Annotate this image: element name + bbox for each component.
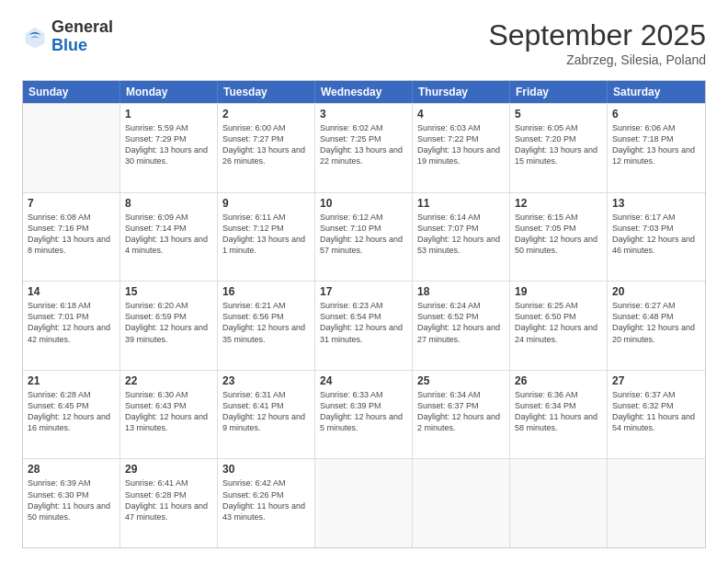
calendar-cell: 5Sunrise: 6:05 AM Sunset: 7:20 PM Daylig… xyxy=(510,104,608,192)
calendar-row: 1Sunrise: 5:59 AM Sunset: 7:29 PM Daylig… xyxy=(23,103,705,192)
day-number: 21 xyxy=(28,374,115,387)
day-number: 29 xyxy=(125,463,212,476)
calendar-cell: 15Sunrise: 6:20 AM Sunset: 6:59 PM Dayli… xyxy=(120,282,218,370)
day-number: 1 xyxy=(125,108,212,121)
calendar-cell xyxy=(608,459,705,547)
calendar-cell: 26Sunrise: 6:36 AM Sunset: 6:34 PM Dayli… xyxy=(510,371,608,459)
calendar-header: SundayMondayTuesdayWednesdayThursdayFrid… xyxy=(23,81,705,103)
day-number: 18 xyxy=(417,285,505,298)
day-info: Sunrise: 6:14 AM Sunset: 7:07 PM Dayligh… xyxy=(417,212,505,257)
weekday-header: Wednesday xyxy=(315,81,413,103)
calendar-cell: 4Sunrise: 6:03 AM Sunset: 7:22 PM Daylig… xyxy=(413,104,510,192)
day-info: Sunrise: 6:36 AM Sunset: 6:34 PM Dayligh… xyxy=(515,389,602,434)
day-number: 2 xyxy=(222,108,310,121)
calendar-cell: 7Sunrise: 6:08 AM Sunset: 7:16 PM Daylig… xyxy=(23,193,120,282)
day-number: 30 xyxy=(222,463,310,476)
day-info: Sunrise: 6:00 AM Sunset: 7:27 PM Dayligh… xyxy=(222,122,310,167)
day-info: Sunrise: 6:34 AM Sunset: 6:37 PM Dayligh… xyxy=(417,389,505,434)
calendar-cell xyxy=(315,459,413,547)
calendar-row: 7Sunrise: 6:08 AM Sunset: 7:16 PM Daylig… xyxy=(23,192,705,282)
weekday-header: Friday xyxy=(510,81,608,103)
svg-marker-0 xyxy=(26,27,45,48)
day-number: 17 xyxy=(320,285,407,298)
calendar-cell: 16Sunrise: 6:21 AM Sunset: 6:56 PM Dayli… xyxy=(218,282,315,370)
calendar-cell: 17Sunrise: 6:23 AM Sunset: 6:54 PM Dayli… xyxy=(315,282,413,370)
calendar-cell xyxy=(23,104,120,192)
day-info: Sunrise: 6:06 AM Sunset: 7:18 PM Dayligh… xyxy=(612,122,700,167)
weekday-header: Thursday xyxy=(413,81,510,103)
calendar-row: 21Sunrise: 6:28 AM Sunset: 6:45 PM Dayli… xyxy=(23,370,705,459)
day-info: Sunrise: 6:18 AM Sunset: 7:01 PM Dayligh… xyxy=(28,300,115,345)
calendar-cell: 30Sunrise: 6:42 AM Sunset: 6:26 PM Dayli… xyxy=(218,459,315,547)
day-number: 27 xyxy=(612,374,700,387)
calendar-cell: 11Sunrise: 6:14 AM Sunset: 7:07 PM Dayli… xyxy=(413,193,510,282)
calendar-cell: 20Sunrise: 6:27 AM Sunset: 6:48 PM Dayli… xyxy=(608,282,705,370)
calendar-cell xyxy=(413,459,510,547)
day-number: 20 xyxy=(612,285,700,298)
day-number: 9 xyxy=(222,197,310,210)
day-info: Sunrise: 6:15 AM Sunset: 7:05 PM Dayligh… xyxy=(515,212,602,257)
calendar-cell: 25Sunrise: 6:34 AM Sunset: 6:37 PM Dayli… xyxy=(413,371,510,459)
day-info: Sunrise: 6:42 AM Sunset: 6:26 PM Dayligh… xyxy=(222,477,310,523)
day-info: Sunrise: 6:30 AM Sunset: 6:43 PM Dayligh… xyxy=(125,389,212,434)
calendar-cell: 12Sunrise: 6:15 AM Sunset: 7:05 PM Dayli… xyxy=(510,193,608,282)
day-info: Sunrise: 6:33 AM Sunset: 6:39 PM Dayligh… xyxy=(320,389,407,434)
day-info: Sunrise: 6:09 AM Sunset: 7:14 PM Dayligh… xyxy=(125,212,212,257)
day-number: 25 xyxy=(417,374,505,387)
day-number: 5 xyxy=(515,108,602,121)
day-info: Sunrise: 6:05 AM Sunset: 7:20 PM Dayligh… xyxy=(515,122,602,167)
weekday-header: Saturday xyxy=(608,81,705,103)
day-info: Sunrise: 6:39 AM Sunset: 6:30 PM Dayligh… xyxy=(28,477,115,523)
logo-icon xyxy=(22,24,48,50)
calendar-cell: 27Sunrise: 6:37 AM Sunset: 6:32 PM Dayli… xyxy=(608,371,705,459)
day-info: Sunrise: 6:12 AM Sunset: 7:10 PM Dayligh… xyxy=(320,212,407,257)
day-info: Sunrise: 6:27 AM Sunset: 6:48 PM Dayligh… xyxy=(612,300,700,345)
logo-text: General Blue xyxy=(51,18,113,55)
day-info: Sunrise: 6:11 AM Sunset: 7:12 PM Dayligh… xyxy=(222,212,310,257)
day-number: 16 xyxy=(222,285,310,298)
calendar-cell: 6Sunrise: 6:06 AM Sunset: 7:18 PM Daylig… xyxy=(608,104,705,192)
title-block: September 2025 Zabrzeg, Silesia, Poland xyxy=(488,18,706,67)
calendar-cell: 28Sunrise: 6:39 AM Sunset: 6:30 PM Dayli… xyxy=(23,459,120,547)
day-number: 4 xyxy=(417,108,505,121)
day-info: Sunrise: 6:17 AM Sunset: 7:03 PM Dayligh… xyxy=(612,212,700,257)
day-number: 23 xyxy=(222,374,310,387)
logo-blue: Blue xyxy=(51,36,87,54)
header: General Blue September 2025 Zabrzeg, Sil… xyxy=(22,18,706,67)
day-info: Sunrise: 5:59 AM Sunset: 7:29 PM Dayligh… xyxy=(125,122,212,167)
day-number: 10 xyxy=(320,197,407,210)
day-info: Sunrise: 6:08 AM Sunset: 7:16 PM Dayligh… xyxy=(28,212,115,257)
subtitle: Zabrzeg, Silesia, Poland xyxy=(488,52,706,67)
day-number: 11 xyxy=(417,197,505,210)
day-info: Sunrise: 6:37 AM Sunset: 6:32 PM Dayligh… xyxy=(612,389,700,434)
calendar-cell: 9Sunrise: 6:11 AM Sunset: 7:12 PM Daylig… xyxy=(218,193,315,282)
calendar-cell: 22Sunrise: 6:30 AM Sunset: 6:43 PM Dayli… xyxy=(120,371,218,459)
calendar-cell: 23Sunrise: 6:31 AM Sunset: 6:41 PM Dayli… xyxy=(218,371,315,459)
day-number: 22 xyxy=(125,374,212,387)
day-number: 8 xyxy=(125,197,212,210)
calendar-cell xyxy=(510,459,608,547)
day-info: Sunrise: 6:02 AM Sunset: 7:25 PM Dayligh… xyxy=(320,122,407,167)
calendar-cell: 8Sunrise: 6:09 AM Sunset: 7:14 PM Daylig… xyxy=(120,193,218,282)
weekday-header: Tuesday xyxy=(218,81,315,103)
calendar-cell: 21Sunrise: 6:28 AM Sunset: 6:45 PM Dayli… xyxy=(23,371,120,459)
day-info: Sunrise: 6:25 AM Sunset: 6:50 PM Dayligh… xyxy=(515,300,602,345)
calendar-cell: 19Sunrise: 6:25 AM Sunset: 6:50 PM Dayli… xyxy=(510,282,608,370)
calendar-cell: 1Sunrise: 5:59 AM Sunset: 7:29 PM Daylig… xyxy=(120,104,218,192)
day-info: Sunrise: 6:23 AM Sunset: 6:54 PM Dayligh… xyxy=(320,300,407,345)
day-number: 28 xyxy=(28,463,115,476)
day-info: Sunrise: 6:41 AM Sunset: 6:28 PM Dayligh… xyxy=(125,477,212,523)
day-info: Sunrise: 6:21 AM Sunset: 6:56 PM Dayligh… xyxy=(222,300,310,345)
weekday-header: Sunday xyxy=(23,81,120,103)
calendar: SundayMondayTuesdayWednesdayThursdayFrid… xyxy=(22,80,706,548)
calendar-cell: 24Sunrise: 6:33 AM Sunset: 6:39 PM Dayli… xyxy=(315,371,413,459)
month-title: September 2025 xyxy=(488,18,706,52)
day-number: 7 xyxy=(28,197,115,210)
calendar-cell: 14Sunrise: 6:18 AM Sunset: 7:01 PM Dayli… xyxy=(23,282,120,370)
day-number: 13 xyxy=(612,197,700,210)
day-number: 26 xyxy=(515,374,602,387)
calendar-cell: 10Sunrise: 6:12 AM Sunset: 7:10 PM Dayli… xyxy=(315,193,413,282)
calendar-row: 14Sunrise: 6:18 AM Sunset: 7:01 PM Dayli… xyxy=(23,281,705,370)
calendar-body: 1Sunrise: 5:59 AM Sunset: 7:29 PM Daylig… xyxy=(23,103,705,547)
day-info: Sunrise: 6:24 AM Sunset: 6:52 PM Dayligh… xyxy=(417,300,505,345)
